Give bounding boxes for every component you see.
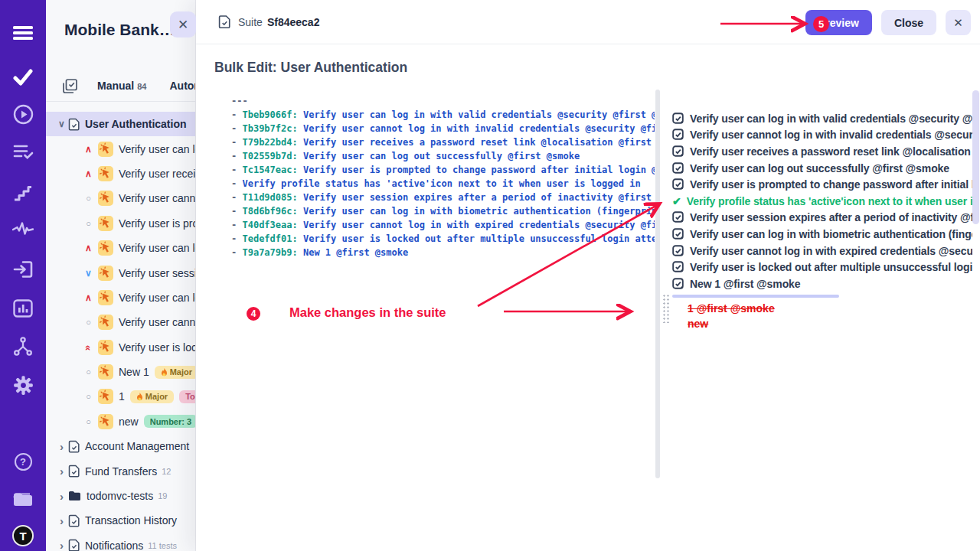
removed-test-text: new <box>688 316 972 332</box>
code-line: - Tedefdf01: Verify user is locked out a… <box>231 232 655 246</box>
tab-automated[interactable]: Automated <box>169 80 196 92</box>
tab-manual[interactable]: Manual 84 <box>97 80 146 92</box>
folder-count: 19 <box>158 491 167 500</box>
tree-test-row[interactable]: ∧ Verify user receives a password reset … <box>46 161 196 186</box>
code-line: - Verify profile status has 'active'icon… <box>231 177 655 191</box>
tree-suite-row[interactable]: ∨ User Authentication <box>46 112 196 136</box>
tree-test-row[interactable]: ○ New 1 Major <box>46 360 196 384</box>
tree-suite-row[interactable]: › Account Management <box>46 434 196 458</box>
help-icon[interactable]: ? <box>0 450 46 473</box>
tree-test-row[interactable]: ∧ Verify user can log out successfully <box>46 236 196 260</box>
bulk-edit-code-editor[interactable]: --- - Tbeb9066f: Verify user can log in … <box>231 94 655 270</box>
priority-high-icon: ∧ <box>83 168 94 179</box>
test-label: Verify user is prompted to change passwo… <box>119 217 196 230</box>
tree-test-row[interactable]: ○ 1 Major Todo <box>46 384 196 409</box>
manual-test-icon <box>98 315 113 330</box>
test-label: Verify user session expires after a peri… <box>119 267 196 279</box>
tests-tabs: Manual 84 Automated <box>46 70 196 102</box>
preview-test-item: Verify user is prompted to change passwo… <box>672 176 972 193</box>
preview-scrollbar[interactable] <box>972 90 979 224</box>
checklist-icon <box>63 79 77 93</box>
manual-test-icon <box>98 266 113 281</box>
preview-button[interactable]: Preview <box>805 10 872 35</box>
preview-test-text: Verify user session expires after a peri… <box>690 211 972 223</box>
test-label: Verify user cannot log in with expired c… <box>119 316 196 328</box>
app-window: ? T Mobile Banking Manual 84 Automated ∨ <box>0 0 980 551</box>
tab-manual-count: 84 <box>137 82 146 91</box>
todo-badge: Todo <box>179 390 196 403</box>
preview-test-text: Verify user cannot log in with invalid c… <box>690 129 972 141</box>
test-checkbox-icon <box>672 261 684 273</box>
test-label: Verify user is locked out after multiple… <box>119 341 196 354</box>
priority-high-icon: ∧ <box>83 243 94 253</box>
pane-resize-handle[interactable] <box>662 294 671 323</box>
run-icon[interactable] <box>0 103 46 126</box>
app-sidebar: ? T <box>0 0 46 551</box>
test-checkbox-icon <box>672 178 684 191</box>
test-label: Verify user can log out successfully <box>119 242 196 254</box>
tree-test-row[interactable]: ∨ Verify user session expires after a pe… <box>46 260 196 285</box>
priority-high-icon: ∧ <box>83 292 94 303</box>
tree-test-row[interactable]: ○ Verify user cannot log in with expired… <box>46 310 196 334</box>
flame-icon <box>161 368 168 377</box>
preview-test-item: Verify user can log in with biometric au… <box>672 226 972 243</box>
steps-icon[interactable] <box>0 182 46 205</box>
tree-folder-row[interactable]: › todomvc-tests 19 <box>46 484 196 508</box>
app-logo[interactable]: T <box>0 524 46 547</box>
menu-icon[interactable] <box>0 21 46 44</box>
test-plan-icon[interactable] <box>0 140 46 163</box>
preview-pane: Verify user can log in with valid creden… <box>672 110 972 332</box>
manual-test-icon <box>98 166 113 181</box>
chevron-right-icon: › <box>57 465 67 478</box>
close-button[interactable]: Close <box>881 10 936 35</box>
test-label: Verify user cannot log in with invalid c… <box>119 192 196 204</box>
panel-close-button[interactable]: ✕ <box>170 11 196 37</box>
priority-normal-icon: ○ <box>83 219 94 228</box>
code-line: - T8d6bf96c: Verify user can log in with… <box>231 204 655 218</box>
severity-badge: Major <box>130 390 174 403</box>
analytics-icon[interactable] <box>0 297 46 320</box>
priority-critical-icon: « <box>83 345 94 350</box>
preview-test-text: Verify user is prompted to change passwo… <box>690 178 972 191</box>
projects-icon[interactable] <box>0 487 46 510</box>
test-checkbox-icon <box>672 278 684 290</box>
tasks-check-icon[interactable] <box>0 66 46 89</box>
suite-file-icon <box>218 15 230 29</box>
flame-icon <box>136 393 143 401</box>
test-checkbox-icon <box>672 129 684 141</box>
bulk-edit-title: Bulk Edit: User Authentication <box>214 60 407 76</box>
test-checkbox-icon <box>672 162 684 174</box>
tree-suite-row[interactable]: › Fund Transfers 12 <box>46 458 196 483</box>
branch-icon[interactable] <box>0 335 46 358</box>
pulse-icon[interactable] <box>0 217 46 240</box>
tree-test-row[interactable]: ○ new Number: 3 <box>46 409 196 434</box>
tree-test-row[interactable]: ○ Verify user is prompted to change pass… <box>46 211 196 236</box>
test-label: Verify user can log in with biometric au… <box>119 292 196 304</box>
preview-test-text: Verify profile status has 'active'icon n… <box>687 195 972 207</box>
preview-test-text: Verify user is locked out after multiple… <box>690 261 972 273</box>
tree-test-row[interactable]: ∧ Verify user can log in with valid cred… <box>46 136 196 161</box>
code-line: - T79b22bd4: Verify user receives a pass… <box>231 135 655 149</box>
preview-test-item: Verify user receives a password reset li… <box>672 143 972 160</box>
number-badge: Number: 3 <box>144 415 196 428</box>
preview-test-text: Verify user can log in with valid creden… <box>690 112 972 125</box>
suite-file-icon <box>68 514 80 527</box>
tree-suite-row[interactable]: › Notifications 11 tests <box>46 533 196 551</box>
import-icon[interactable] <box>0 258 46 281</box>
project-tree-panel: Mobile Banking Manual 84 Automated ∨ Use… <box>46 0 196 551</box>
test-label: New 1 <box>119 366 149 378</box>
manual-test-icon <box>98 340 113 355</box>
modal-header: Suite Sf84eeca2 Preview Close ✕ <box>196 0 980 44</box>
tree-suite-row[interactable]: › Transaction History <box>46 508 196 533</box>
tree-test-row[interactable]: ○ Verify user cannot log in with invalid… <box>46 186 196 210</box>
editor-scrollbar[interactable] <box>655 90 660 478</box>
preview-test-item: Verify user session expires after a peri… <box>672 210 972 227</box>
suite-label: Suite <box>238 16 263 28</box>
suite-label: Notifications <box>85 540 143 551</box>
logo-letter: T <box>12 525 34 546</box>
modal-close-icon[interactable]: ✕ <box>946 10 971 35</box>
tree-test-row[interactable]: ∧ Verify user can log in with biometric … <box>46 285 196 310</box>
test-tree: ∨ User Authentication ∧ Verify user can … <box>46 112 196 551</box>
tree-test-row[interactable]: « Verify user is locked out after multip… <box>46 335 196 360</box>
settings-icon[interactable] <box>0 373 46 396</box>
